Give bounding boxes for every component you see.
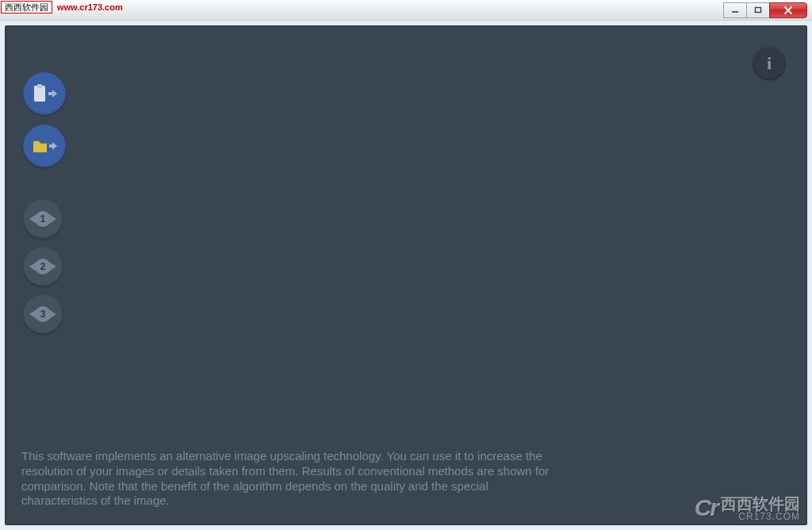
view-number: 2 <box>35 259 51 275</box>
svg-rect-1 <box>756 7 761 12</box>
view-3-button[interactable]: 3 <box>23 294 63 334</box>
watermark-logo: Cr <box>695 494 718 521</box>
view-number: 1 <box>35 211 51 227</box>
info-button[interactable]: i <box>753 47 786 80</box>
description-text: This software implements an alternative … <box>21 449 561 509</box>
app-frame: i 1 <box>0 21 812 530</box>
watermark-line2: CR173.COM <box>721 512 800 521</box>
window-controls <box>723 2 807 18</box>
eye-icon: 3 <box>29 306 57 322</box>
close-icon <box>783 6 793 15</box>
clipboard-arrow-icon <box>31 83 58 105</box>
folder-arrow-icon <box>31 135 58 157</box>
view-1-button[interactable]: 1 <box>23 199 63 239</box>
paste-from-clipboard-button[interactable] <box>23 72 66 115</box>
view-2-button[interactable]: 2 <box>23 247 63 286</box>
eye-icon: 2 <box>29 259 57 275</box>
svg-rect-3 <box>37 84 42 88</box>
minimize-button[interactable] <box>723 2 747 18</box>
eye-icon: 1 <box>29 211 57 227</box>
close-button[interactable] <box>769 2 807 18</box>
watermark: Cr 西西软件园 CR173.COM <box>640 480 806 524</box>
view-number: 3 <box>35 306 51 322</box>
open-from-folder-button[interactable] <box>23 125 66 167</box>
info-icon: i <box>767 53 772 74</box>
minimize-icon <box>731 6 739 14</box>
window-titlebar <box>0 0 812 21</box>
maximize-button[interactable] <box>746 2 770 18</box>
watermark-line1: 西西软件园 <box>721 496 800 512</box>
app-panel: i 1 <box>5 25 807 525</box>
maximize-icon <box>754 6 762 14</box>
